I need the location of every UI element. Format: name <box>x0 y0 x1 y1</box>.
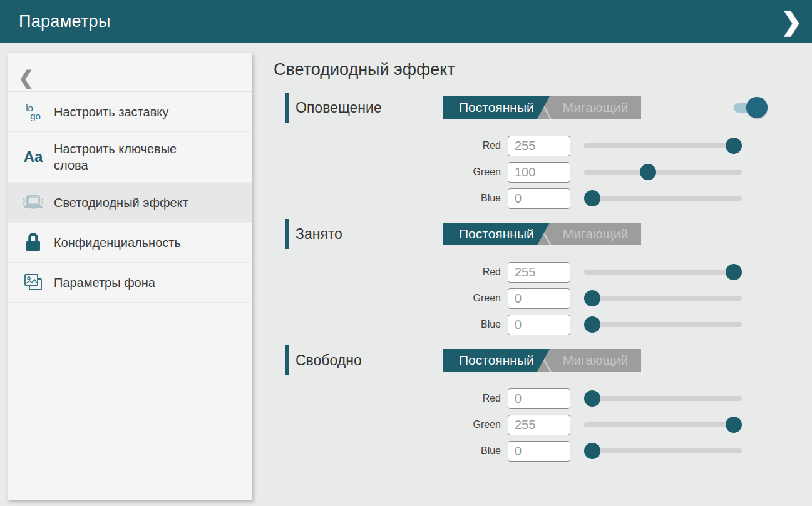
mode-blinking-button[interactable]: Мигающий <box>550 223 641 245</box>
red-value-input[interactable] <box>508 136 570 156</box>
accent-bar <box>285 93 289 123</box>
green-label: Green <box>274 166 501 178</box>
slider-track <box>584 322 742 327</box>
sidebar-item-label: Настроить ключевые слова <box>54 132 207 182</box>
slider-track <box>584 396 742 401</box>
toggle-knob <box>746 97 768 118</box>
green-value-input[interactable] <box>508 288 570 309</box>
slider-thumb[interactable] <box>726 138 742 154</box>
red-row: Red <box>274 385 781 412</box>
slider-track <box>584 270 742 275</box>
green-slider[interactable] <box>584 290 742 306</box>
led-monitor-icon <box>20 194 46 211</box>
section-title: Свободно <box>296 352 362 369</box>
red-value-input[interactable] <box>508 388 570 409</box>
green-row: Green <box>274 412 781 438</box>
slider-track <box>584 170 742 175</box>
blue-label: Blue <box>274 445 501 457</box>
slider-track <box>584 422 742 427</box>
green-row: Green <box>274 285 781 311</box>
red-row: Red <box>274 133 781 159</box>
blue-row: Blue <box>274 311 781 338</box>
red-label: Red <box>274 266 501 278</box>
mode-segmented-control: Постоянный Мигающий <box>443 96 641 119</box>
mode-blinking-button[interactable]: Мигающий <box>550 96 641 119</box>
background-images-icon <box>20 272 46 293</box>
red-value-input[interactable] <box>508 262 570 283</box>
sidebar-item-led-effect[interactable]: Светодиодный эффект <box>8 183 252 223</box>
slider-thumb[interactable] <box>584 316 600 333</box>
red-slider[interactable] <box>584 390 742 407</box>
slider-track <box>584 448 742 453</box>
settings-window: Параметры ❯ ❮ lo go Настроить заставку A… <box>0 0 812 506</box>
section-free: Свободно Постоянный Мигающий Red <box>274 345 781 464</box>
red-label: Red <box>274 140 501 151</box>
sidebar-item-label: Светодиодный эффект <box>54 186 188 220</box>
accent-bar <box>285 219 289 249</box>
settings-sidebar: ❮ lo go Настроить заставку Aa Настроить … <box>8 53 252 500</box>
mode-solid-button[interactable]: Постоянный <box>443 96 553 119</box>
blue-slider[interactable] <box>584 443 742 459</box>
red-slider[interactable] <box>584 264 742 280</box>
sidebar-item-keywords[interactable]: Aa Настроить ключевые слова <box>8 132 252 183</box>
green-value-input[interactable] <box>508 162 570 183</box>
blue-row: Blue <box>274 438 781 464</box>
section-title: Занято <box>296 226 342 243</box>
red-row: Red <box>274 259 781 285</box>
blue-label: Blue <box>274 193 501 204</box>
slider-thumb[interactable] <box>640 164 656 180</box>
page-title: Параметры <box>19 12 111 31</box>
mode-segmented-control: Постоянный Мигающий <box>443 223 641 245</box>
slider-thumb[interactable] <box>726 264 742 280</box>
accent-bar <box>285 345 289 375</box>
chevron-right-icon[interactable]: ❯ <box>781 9 802 34</box>
section-notification: Оповещение Постоянный Мигающий <box>274 93 781 211</box>
section-busy: Занято Постоянный Мигающий Red <box>274 219 781 338</box>
app-header: Параметры ❯ <box>0 0 812 43</box>
slider-thumb[interactable] <box>726 417 742 433</box>
slider-thumb[interactable] <box>584 290 600 306</box>
red-label: Red <box>274 393 501 404</box>
chevron-left-icon: ❮ <box>18 69 34 88</box>
sidebar-item-label: Настроить заставку <box>54 95 168 129</box>
sidebar-item-label: Конфиденциальность <box>54 226 181 260</box>
blue-label: Blue <box>274 319 501 330</box>
mode-solid-button[interactable]: Постоянный <box>443 349 553 372</box>
logo-icon: lo go <box>20 104 46 120</box>
blue-row: Blue <box>274 185 781 211</box>
slider-thumb[interactable] <box>584 190 600 206</box>
sidebar-item-screensaver[interactable]: lo go Настроить заставку <box>8 92 252 132</box>
blue-value-input[interactable] <box>508 441 570 462</box>
notification-toggle-switch[interactable] <box>734 97 769 118</box>
slider-track <box>584 143 742 148</box>
mode-segmented-control: Постоянный Мигающий <box>443 349 641 372</box>
green-label: Green <box>274 293 501 304</box>
sidebar-item-privacy[interactable]: Конфиденциальность <box>8 223 252 263</box>
blue-slider[interactable] <box>584 316 742 333</box>
green-label: Green <box>274 419 501 430</box>
green-row: Green <box>274 159 781 185</box>
green-slider[interactable] <box>584 164 742 180</box>
keywords-icon: Aa <box>20 149 46 164</box>
green-value-input[interactable] <box>508 415 570 435</box>
mode-solid-button[interactable]: Постоянный <box>443 223 553 245</box>
blue-value-input[interactable] <box>508 315 570 335</box>
sidebar-collapse-button[interactable]: ❮ <box>8 53 252 92</box>
sidebar-item-label: Параметры фона <box>54 266 155 300</box>
slider-thumb[interactable] <box>584 390 600 407</box>
slider-track <box>584 296 742 301</box>
led-effect-panel: Светодиодный эффект Оповещение Постоянны… <box>274 43 781 464</box>
slider-thumb[interactable] <box>584 443 600 459</box>
blue-slider[interactable] <box>584 190 742 206</box>
slider-track <box>584 196 742 201</box>
blue-value-input[interactable] <box>508 188 570 209</box>
lock-icon <box>20 231 46 254</box>
panel-title: Светодиодный эффект <box>274 59 781 80</box>
mode-blinking-button[interactable]: Мигающий <box>550 349 641 372</box>
red-slider[interactable] <box>584 138 742 154</box>
section-title: Оповещение <box>296 99 382 116</box>
green-slider[interactable] <box>584 417 742 433</box>
sidebar-item-background[interactable]: Параметры фона <box>8 263 252 303</box>
